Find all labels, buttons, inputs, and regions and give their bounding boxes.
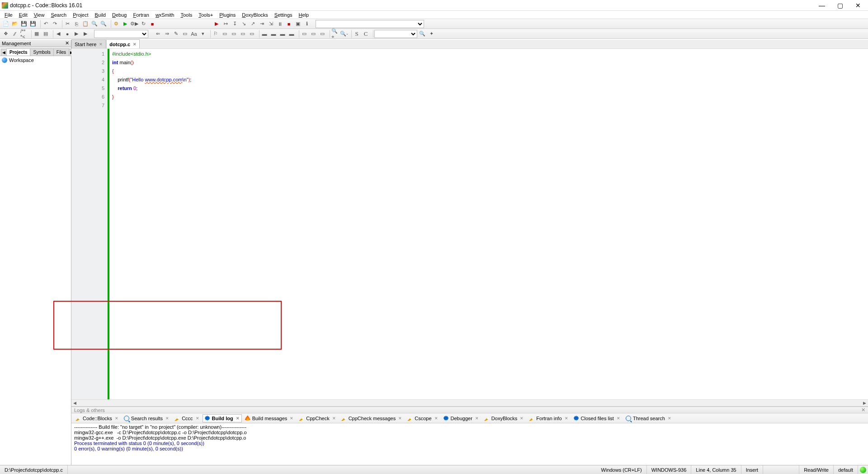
nav-fwd-icon[interactable]: ▶: [72, 30, 80, 38]
menu-edit[interactable]: Edit: [16, 12, 30, 18]
log-tab-close-icon[interactable]: ✕: [565, 416, 568, 421]
menu-search[interactable]: Search: [48, 12, 69, 18]
log-tab-close-icon[interactable]: ✕: [165, 416, 169, 421]
log-tab-search-results[interactable]: Search results✕: [122, 414, 171, 422]
log-tab-close-icon[interactable]: ✕: [434, 416, 438, 421]
log-tab-fortran-info[interactable]: Fortran info✕: [527, 414, 570, 422]
log-tab-doxyblocks[interactable]: DoxyBlocks✕: [482, 414, 526, 422]
undo-icon[interactable]: ↶: [42, 20, 50, 28]
menu-wxsmith[interactable]: wxSmith: [153, 12, 177, 18]
comment-icon[interactable]: ∕∕: [11, 30, 19, 38]
log-tab-close-icon[interactable]: ✕: [115, 416, 118, 421]
block-comment-icon[interactable]: /** *<: [20, 30, 28, 38]
run-icon[interactable]: ▶: [121, 20, 129, 28]
menu-debug[interactable]: Debug: [109, 12, 129, 18]
toggle-comment-icon[interactable]: ❖: [2, 30, 10, 38]
step-into-icon[interactable]: ↘: [240, 20, 248, 28]
log-tab-cppcheck-messages[interactable]: CppCheck messages✕: [339, 414, 405, 422]
editor-tab-dotcpp-c[interactable]: dotcpp.c✕: [106, 39, 140, 48]
jump-fwd-icon[interactable]: ⇒: [163, 30, 171, 38]
replace-icon[interactable]: 🔍: [99, 20, 108, 28]
tree-item-workspace[interactable]: Workspace: [1, 57, 70, 63]
paste-icon[interactable]: 📋: [81, 20, 90, 28]
log-tab-close-icon[interactable]: ✕: [332, 416, 336, 421]
log-tab-close-icon[interactable]: ✕: [617, 416, 620, 421]
debug-run-icon[interactable]: ▶: [212, 20, 221, 28]
log-tab-close-icon[interactable]: ✕: [668, 416, 671, 421]
log-tab-cccc[interactable]: Cccc✕: [172, 414, 201, 422]
search-combo[interactable]: [374, 30, 417, 38]
minimize-button[interactable]: —: [816, 1, 828, 10]
log-tab-close-icon[interactable]: ✕: [475, 416, 479, 421]
rebuild-icon[interactable]: ↻: [139, 20, 147, 28]
win1-icon[interactable]: ▭: [221, 30, 229, 38]
select-icon[interactable]: ▭: [181, 30, 189, 38]
layout4-icon[interactable]: ▬: [288, 30, 296, 38]
mgmt-tab-projects[interactable]: Projects: [6, 48, 30, 56]
stop-icon[interactable]: ■: [148, 20, 156, 28]
log-tab-close-icon[interactable]: ✕: [290, 416, 293, 421]
log-tab-closed-files-list[interactable]: Closed files list✕: [571, 414, 623, 422]
code-content[interactable]: #include<stdio.h>int main(){ printf("Hel…: [109, 49, 868, 399]
management-tree[interactable]: Workspace: [0, 56, 71, 465]
panel-close-icon[interactable]: ✕: [65, 40, 69, 46]
nav-back-icon[interactable]: ◀: [54, 30, 62, 38]
menu-project[interactable]: Project: [70, 12, 91, 18]
copy-icon[interactable]: ⎘: [72, 20, 80, 28]
zoom-in-icon[interactable]: 🔍+: [331, 30, 339, 38]
log-tab-thread-search[interactable]: Thread search✕: [623, 414, 674, 422]
log-tab-cppcheck[interactable]: CppCheck✕: [297, 414, 338, 422]
editor-tab-start-here[interactable]: Start here✕: [71, 39, 106, 48]
win4-icon[interactable]: ▭: [248, 30, 256, 38]
tab-close-icon[interactable]: ✕: [99, 42, 103, 47]
menu-doxyblocks[interactable]: DoxyBlocks: [239, 12, 270, 18]
log-tab-close-icon[interactable]: ✕: [398, 416, 402, 421]
letter-c-icon[interactable]: C: [362, 30, 370, 38]
tab-close-icon[interactable]: ✕: [133, 42, 137, 47]
run-to-cursor-icon[interactable]: ↦: [222, 20, 230, 28]
debug-windows-icon[interactable]: ▣: [294, 20, 302, 28]
new-file-icon[interactable]: 📄: [2, 20, 10, 28]
log-tab-close-icon[interactable]: ✕: [520, 416, 524, 421]
log-tab-close-icon[interactable]: ✕: [236, 416, 240, 421]
log-tab-close-icon[interactable]: ✕: [196, 416, 199, 421]
break-icon[interactable]: ⏸: [276, 20, 284, 28]
menu-plugins[interactable]: Plugins: [217, 12, 238, 18]
options-icon[interactable]: ▾: [199, 30, 207, 38]
stop-debug-icon[interactable]: ■: [285, 20, 293, 28]
brush-icon[interactable]: Aa: [190, 30, 198, 38]
save-icon[interactable]: 💾: [20, 20, 28, 28]
layout3-icon[interactable]: ▬: [278, 30, 287, 38]
cut-icon[interactable]: ✂: [63, 20, 71, 28]
menu-settings[interactable]: Settings: [272, 12, 295, 18]
log-tab-build-log[interactable]: Build log✕: [203, 414, 242, 422]
menu-build[interactable]: Build: [92, 12, 108, 18]
nav-last-icon[interactable]: ▶: [81, 30, 90, 38]
scroll-right-icon[interactable]: ▶: [861, 401, 868, 405]
build-icon[interactable]: ⚙: [112, 20, 120, 28]
editor-hscrollbar[interactable]: ◀ ▶: [71, 399, 868, 406]
split1-icon[interactable]: ▭: [300, 30, 308, 38]
letter-s-icon[interactable]: S: [353, 30, 361, 38]
zoom-out-icon[interactable]: 🔍-: [340, 30, 348, 38]
log-tab-code-blocks[interactable]: Code::Blocks✕: [73, 414, 121, 422]
mgmt-tab-symbols[interactable]: Symbols: [30, 48, 53, 56]
menu-tools[interactable]: Tools+: [196, 12, 216, 18]
open-icon[interactable]: 📂: [11, 20, 19, 28]
layout1-icon[interactable]: ▬: [260, 30, 269, 38]
close-button[interactable]: ✕: [852, 1, 864, 10]
build-target-combo[interactable]: [316, 20, 424, 28]
next-instr-icon[interactable]: ⇥: [258, 20, 266, 28]
log-tab-debugger[interactable]: Debugger✕: [441, 414, 481, 422]
log-tab-build-messages[interactable]: Build messages✕: [243, 414, 296, 422]
step-instr-icon[interactable]: ⇲: [267, 20, 275, 28]
log-tab-cscope[interactable]: Cscope✕: [405, 414, 440, 422]
info-icon[interactable]: ℹ: [303, 20, 311, 28]
step-out-icon[interactable]: ↗: [249, 20, 257, 28]
scroll-left-icon[interactable]: ◀: [71, 401, 78, 405]
doxy-view-icon[interactable]: ▤: [42, 30, 50, 38]
build-run-icon[interactable]: ⚙▶: [130, 20, 138, 28]
symbols-combo[interactable]: [94, 30, 148, 38]
menu-tools[interactable]: Tools: [178, 12, 195, 18]
menu-fortran[interactable]: Fortran: [130, 12, 151, 18]
